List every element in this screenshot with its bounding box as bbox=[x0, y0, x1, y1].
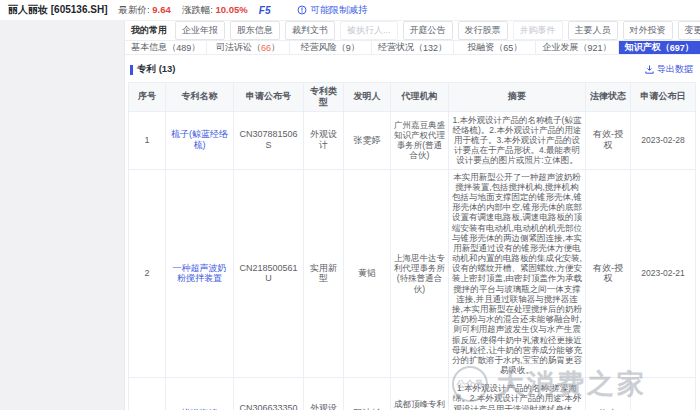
col-header-publication-no: 申请公布号 bbox=[234, 83, 304, 112]
row-index: 2 bbox=[129, 169, 166, 378]
patent-name-link[interactable]: 梳子(鲸蓝经络梳) bbox=[171, 129, 228, 150]
nav-enforced-person-button[interactable]: 被执行人... bbox=[340, 21, 398, 40]
legal-status: 有效-授权 bbox=[586, 111, 631, 169]
patent-name-link[interactable]: 一种超声波奶粉搅拌装置 bbox=[173, 263, 227, 284]
table-row: 1 梳子(鲸蓝经络梳) CN307881506S 外观设计 张雯婷 广州嘉豆典盛… bbox=[129, 111, 696, 169]
publication-date: 2023-02-28 bbox=[631, 111, 696, 169]
patent-section: 专利 (13) 导出数据 bbox=[125, 55, 700, 410]
alert-circle-icon bbox=[297, 5, 307, 15]
latest-price: 最新价: 9.64 bbox=[118, 4, 170, 17]
table-header-row: 序号 专利名称 申请公布号 专利类型 发明人 代理机构 摘要 法律状态 申请公布… bbox=[129, 83, 696, 112]
col-header-legal-status: 法律状态 bbox=[586, 83, 631, 112]
nav-court-hearing-button[interactable]: 开庭公告 bbox=[403, 21, 453, 40]
col-header-publication-date: 申请公布日 bbox=[631, 83, 696, 112]
nav-key-personnel-button[interactable]: 主要人员 bbox=[568, 21, 618, 40]
col-header-index: 序号 bbox=[129, 83, 166, 112]
publication-date: 2021-06-22 bbox=[631, 378, 696, 410]
legal-status: 终止 bbox=[586, 378, 631, 410]
abstract: 1.本外观设计产品的名称:搓澡海绵。2.本外观设计产品的用途:本外观设计产品用于… bbox=[449, 378, 586, 410]
legal-status: 有效-授权 bbox=[586, 169, 631, 378]
table-row: 2 一种超声波奶粉搅拌装置 CN218500561U 实用新型 黄韬 上海思牛达… bbox=[129, 169, 696, 378]
nav-change-records-button[interactable]: 变更记录 bbox=[678, 21, 700, 40]
change-percent: 涨跌幅: 10.05% bbox=[182, 4, 248, 17]
patent-table: 序号 专利名称 申请公布号 专利类型 发明人 代理机构 摘要 法律状态 申请公布… bbox=[128, 82, 696, 410]
download-icon bbox=[645, 65, 654, 74]
col-header-inventor: 发明人 bbox=[344, 83, 391, 112]
export-data-label: 导出数据 bbox=[657, 63, 693, 76]
abstract: 本实用新型公开了一种超声波奶粉搅拌装置,包括搅拌机构,搅拌机构包括与地面支撑固定… bbox=[449, 169, 586, 378]
agency: 成都顶峰专利事务所(普通合伙) bbox=[391, 378, 449, 410]
alert-label: 可能限制减持 bbox=[310, 4, 367, 17]
tab-investment-financing[interactable]: 投融资（65） bbox=[454, 41, 536, 54]
agency: 广州嘉豆典盛知识产权代理事务所(普通合伙) bbox=[391, 111, 449, 169]
row-index: 1 bbox=[129, 111, 166, 169]
publication-no: CN218500561U bbox=[234, 169, 304, 378]
tab-intellectual-property[interactable]: 知识产权（697） bbox=[619, 41, 700, 54]
publication-date: 2023-02-21 bbox=[631, 169, 696, 378]
nav-ma-events-button[interactable]: 并购事件 bbox=[513, 21, 563, 40]
holding-reduction-alert-link[interactable]: 可能限制减持 bbox=[297, 4, 367, 17]
patent-type: 外观设计 bbox=[304, 378, 344, 410]
col-header-patent-type: 专利类型 bbox=[304, 83, 344, 112]
nav-stock-issue-button[interactable]: 发行股票 bbox=[458, 21, 508, 40]
publication-no: CN306633350S bbox=[234, 378, 304, 410]
company-title: 丽人丽妆 [605136.SH] bbox=[8, 3, 107, 17]
table-row: 3 搓澡海绵 CN306633350S 外观设计 阳沙杉 成都顶峰专利事务所(普… bbox=[129, 378, 696, 410]
tab-judicial-litigation[interactable]: 司法诉讼（66） bbox=[207, 41, 289, 54]
nav-judgment-docs-button[interactable]: 裁判文书 bbox=[285, 21, 335, 40]
top-bar: 丽人丽妆 [605136.SH] 最新价: 9.64 涨跌幅: 10.05% F… bbox=[0, 0, 700, 21]
latest-price-label: 最新价: bbox=[118, 4, 149, 15]
nav-shareholder-info-button[interactable]: 股东信息 bbox=[230, 21, 280, 40]
change-value: 10.05% bbox=[216, 4, 248, 15]
category-tabs: 基本信息（489） 司法诉讼（66） 经营风险（9） 经营状况（132） 投融资… bbox=[125, 40, 700, 55]
publication-no: CN307881506S bbox=[234, 111, 304, 169]
col-header-patent-name: 专利名称 bbox=[166, 83, 234, 112]
col-header-agency: 代理机构 bbox=[391, 83, 449, 112]
nav-outbound-investment-button[interactable]: 对外投资 bbox=[623, 21, 673, 40]
tab-basic-info[interactable]: 基本信息（489） bbox=[125, 41, 207, 54]
export-data-button[interactable]: 导出数据 bbox=[645, 63, 693, 76]
section-accent-bar bbox=[130, 65, 133, 75]
row-index: 3 bbox=[129, 378, 166, 410]
latest-price-value: 9.64 bbox=[152, 4, 171, 15]
inventor: 阳沙杉 bbox=[344, 378, 391, 410]
section-title: 专利 (13) bbox=[137, 63, 176, 76]
nav-annual-report-button[interactable]: 企业年报 bbox=[175, 21, 225, 40]
tab-company-development[interactable]: 企业发展（921） bbox=[536, 41, 618, 54]
col-header-abstract: 摘要 bbox=[449, 83, 586, 112]
agency: 上海思牛达专利代理事务所(特殊普通合伙) bbox=[391, 169, 449, 378]
patent-type: 外观设计 bbox=[304, 111, 344, 169]
abstract: 1.本外观设计产品的名称梳子(鲸蓝经络梳)。2.本外观设计产品的用途用于梳子。3… bbox=[449, 111, 586, 169]
patent-type: 实用新型 bbox=[304, 169, 344, 378]
change-label: 涨跌幅: bbox=[182, 4, 213, 15]
app-window: 丽人丽妆 [605136.SH] 最新价: 9.64 涨跌幅: 10.05% F… bbox=[0, 0, 700, 410]
my-favorites-label: 我的常用 bbox=[131, 24, 167, 37]
refresh-f5-button[interactable]: F5 bbox=[259, 5, 271, 16]
quick-nav: 我的常用 企业年报 股东信息 裁判文书 被执行人... 开庭公告 发行股票 并购… bbox=[125, 21, 700, 40]
inventor: 黄韬 bbox=[344, 169, 391, 378]
tab-operating-status[interactable]: 经营状况（132） bbox=[372, 41, 454, 54]
inventor: 张雯婷 bbox=[344, 111, 391, 169]
left-sidebar bbox=[0, 21, 125, 410]
tab-operating-risk[interactable]: 经营风险（9） bbox=[290, 41, 372, 54]
